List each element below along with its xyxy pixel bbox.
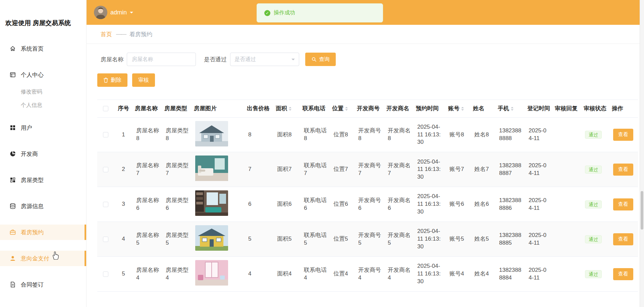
column-label: 序号 xyxy=(118,105,129,112)
cell-audit_reply xyxy=(553,152,582,187)
sort-icon[interactable] xyxy=(511,107,514,111)
cell-house_name: 房屋名称4 xyxy=(133,257,162,292)
cell-location: 位置7 xyxy=(330,152,355,187)
status-badge: 通过 xyxy=(585,270,602,278)
column-header-location[interactable]: 位置 xyxy=(330,100,355,117)
cell-appointment_time: 2025-04-11 16:13:30 xyxy=(414,117,446,152)
cell-person_name: 姓名8 xyxy=(471,117,496,152)
cell-account: 账号8 xyxy=(446,117,471,152)
cell-house_type: 房屋类型6 xyxy=(162,187,192,222)
row-checkbox[interactable] xyxy=(103,237,108,242)
cell-developer_no: 开发商号5 xyxy=(355,222,384,257)
avatar xyxy=(94,6,107,19)
pass-filter-label: 是否通过 xyxy=(204,56,227,63)
house-name-input[interactable] xyxy=(127,53,196,66)
cell-register_date: 2025-04-11 xyxy=(525,117,553,152)
sidebar-item-label: 系统首页 xyxy=(21,45,44,53)
sidebar-item-developers[interactable]: 开发商 xyxy=(0,146,86,162)
cell-appointment_time: 2025-04-11 16:13:30 xyxy=(414,187,446,222)
column-header-audit_reply: 审核回复 xyxy=(553,100,582,117)
column-label: 审核状态 xyxy=(584,105,606,112)
row-checkbox[interactable] xyxy=(103,202,108,207)
cell-register_date: 2025-04-11 xyxy=(525,187,553,222)
column-header-mobile[interactable]: 手机 xyxy=(496,100,525,117)
cell-person_name: 姓名6 xyxy=(471,187,496,222)
grid-icon xyxy=(9,124,16,131)
cell-checkbox xyxy=(97,152,114,187)
toolbar: 删除 审核 xyxy=(97,73,640,87)
sidebar-item-viewing-appointments[interactable]: 看房预约 xyxy=(0,225,86,240)
delete-button[interactable]: 删除 xyxy=(97,73,127,87)
row-checkbox[interactable] xyxy=(103,132,108,137)
page-scrollbar[interactable] xyxy=(640,0,644,307)
sidebar-item-label: 用户 xyxy=(21,124,32,132)
sidebar-item-users[interactable]: 用户 xyxy=(0,120,86,135)
view-button[interactable]: 查看 xyxy=(613,233,633,245)
column-label: 开发商名 xyxy=(386,105,409,112)
app-title: 欢迎使用 房屋交易系统 xyxy=(0,0,86,27)
document-icon xyxy=(9,281,16,288)
cell-account: 账号6 xyxy=(446,187,471,222)
sidebar-item-house-listings[interactable]: 房源信息 xyxy=(0,198,86,214)
breadcrumb-home[interactable]: 首页 xyxy=(101,30,112,38)
view-button[interactable]: 查看 xyxy=(613,268,633,280)
cell-price: 5 xyxy=(245,222,274,257)
sidebar-item-personal-center[interactable]: 个人中心 xyxy=(0,67,86,82)
row-checkbox[interactable] xyxy=(103,167,108,172)
sort-icon[interactable] xyxy=(345,107,348,111)
audit-button[interactable]: 审核 xyxy=(132,73,155,87)
status-badge: 通过 xyxy=(585,166,602,174)
sidebar-item-house-types[interactable]: 房屋类型 xyxy=(0,172,86,188)
cell-phone: 联系电话8 xyxy=(301,117,330,152)
sidebar-subitem-personal-info[interactable]: 个人信息 xyxy=(0,99,86,112)
column-header-house_name: 房屋名称 xyxy=(133,100,162,117)
sidebar-item-contract-signing[interactable]: 合同签订 xyxy=(0,277,86,292)
pass-filter-select[interactable]: 是否通过 xyxy=(230,53,299,66)
content: 房屋名称 是否通过 是否通过 查询 xyxy=(87,44,640,307)
cell-price: 6 xyxy=(245,187,274,222)
cell-developer_no: 开发商号7 xyxy=(355,152,384,187)
cell-appointment_time: 2025-04-11 16:13:30 xyxy=(414,257,446,292)
cell-phone: 联系电话4 xyxy=(301,257,330,292)
scrollbar-thumb[interactable] xyxy=(641,191,643,230)
column-label: 房屋图片 xyxy=(194,105,217,112)
column-header-audit_status: 审核状态 xyxy=(582,100,610,117)
row-checkbox[interactable] xyxy=(103,271,108,277)
cell-area: 面积6 xyxy=(274,187,301,222)
cell-index: 5 xyxy=(114,257,133,292)
view-button[interactable]: 查看 xyxy=(613,198,633,210)
profile-icon xyxy=(9,71,16,78)
sort-icon[interactable] xyxy=(289,107,291,111)
toast-text: 操作成功 xyxy=(274,9,295,16)
cell-register_date: 2025-04-11 xyxy=(525,222,553,257)
sort-icon[interactable] xyxy=(461,107,464,111)
cell-mobile: 13823888884 xyxy=(496,257,525,292)
search-button[interactable]: 查询 xyxy=(305,53,336,66)
delete-button-label: 删除 xyxy=(111,77,121,84)
sidebar-item-label: 开发商 xyxy=(21,150,38,158)
view-button[interactable]: 查看 xyxy=(613,129,633,141)
topbar: admin ✓ 操作成功 xyxy=(87,0,640,25)
cell-register_date: 2025-04-11 xyxy=(525,257,553,292)
column-label: 开发商号 xyxy=(357,105,380,112)
cell-audit_status: 通过 xyxy=(582,257,610,292)
column-header-account[interactable]: 账号 xyxy=(446,100,471,117)
column-label: 房屋名称 xyxy=(135,105,158,112)
cell-audit_reply xyxy=(553,257,582,292)
column-label: 手机 xyxy=(498,105,509,112)
cell-area: 面积8 xyxy=(274,117,301,152)
cell-house_type: 房屋类型4 xyxy=(162,257,192,292)
user-menu[interactable]: admin xyxy=(94,6,133,19)
column-header-area[interactable]: 面积 xyxy=(274,100,301,117)
cell-action: 查看 xyxy=(610,257,638,292)
cell-image xyxy=(192,117,245,152)
cell-location: 位置4 xyxy=(330,257,355,292)
sidebar-item-label: 房屋类型 xyxy=(21,176,44,184)
view-button[interactable]: 查看 xyxy=(613,164,633,176)
sidebar-item-system-home[interactable]: 系统首页 xyxy=(0,41,86,56)
sidebar-item-label: 意向金支付 xyxy=(21,255,49,262)
cell-image xyxy=(192,257,245,292)
sidebar-subitem-change-password[interactable]: 修改密码 xyxy=(0,85,86,99)
sidebar-item-deposit-payment[interactable]: 意向金支付 xyxy=(0,251,86,266)
select-all-checkbox[interactable] xyxy=(103,106,108,111)
